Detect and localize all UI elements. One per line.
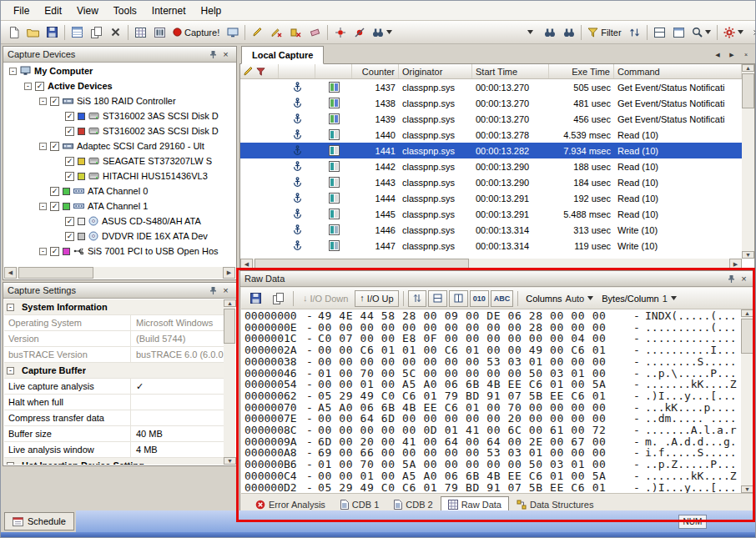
tree-checkbox[interactable]: ✓	[50, 202, 59, 211]
grid-view-button[interactable]	[131, 23, 150, 42]
scroll-left-button[interactable]: ◀	[4, 267, 17, 279]
scroll-track[interactable]	[253, 259, 729, 269]
header-command[interactable]: Command	[614, 64, 742, 78]
tree-checkbox[interactable]: ✓	[50, 247, 59, 256]
menu-view[interactable]: View	[69, 2, 106, 20]
hex-line[interactable]: 000000B6-01 00 70 00 5A 00 00 00 00 00 5…	[244, 459, 740, 470]
find-next-button[interactable]	[559, 23, 578, 42]
search-options-dropdown[interactable]	[521, 23, 540, 42]
capture-button[interactable]: Capture!	[169, 23, 223, 42]
tree-item[interactable]: -✓Active Devices	[4, 78, 235, 93]
sort-button[interactable]	[625, 23, 644, 42]
menu-file[interactable]: File	[6, 2, 37, 20]
tree-expander-icon[interactable]: -	[9, 68, 17, 75]
eraser-button[interactable]	[305, 23, 325, 42]
hex-line[interactable]: 000000D2-05 29 49 C0 C6 01 79 BD 91 07 5…	[244, 482, 740, 493]
capture-row[interactable]: 1442classpnp.sys00:00:13.290188 usecRead…	[240, 158, 742, 174]
devices-horizontal-scrollbar[interactable]: ◀ ▶	[4, 267, 235, 279]
open-file-button[interactable]	[23, 23, 43, 42]
tree-expander-icon[interactable]: -	[39, 143, 47, 150]
scroll-left-button[interactable]: ◀	[240, 259, 253, 269]
header-exe-time[interactable]: Exe Time	[549, 64, 614, 78]
menu-tools[interactable]: Tools	[106, 2, 144, 20]
close-icon[interactable]: ×	[738, 273, 750, 284]
tree-item[interactable]: -✓SiS 7001 PCI to USB Open Hos	[4, 244, 235, 259]
io-up-button[interactable]: ↑I/O Up	[355, 290, 398, 307]
columns-dropdown[interactable]: ColumnsAuto	[522, 290, 597, 307]
rawdata-copy-button[interactable]	[268, 290, 289, 307]
tree-expander-icon[interactable]: -	[24, 83, 32, 90]
settings-row[interactable]: Live analysis window4 MB	[4, 442, 224, 458]
pin-icon[interactable]	[207, 284, 219, 296]
close-icon[interactable]: ×	[219, 48, 232, 60]
scroll-down-button[interactable]: ▼	[224, 457, 236, 465]
scroll-thumb[interactable]	[255, 259, 469, 269]
hex-line[interactable]: 00000046-01 00 70 00 5C 00 00 00 00 00 5…	[244, 368, 740, 380]
settings-section[interactable]: -System Information	[4, 299, 224, 315]
hex-line[interactable]: 00000038-00 00 00 00 00 00 00 00 53 03 0…	[244, 356, 740, 368]
scroll-track[interactable]	[224, 307, 235, 457]
close-document-icon[interactable]: ×	[740, 49, 752, 60]
filter-button[interactable]: Filter	[584, 23, 624, 42]
settings-row[interactable]: Halt when full	[4, 395, 224, 410]
capture-row[interactable]: 1443classpnp.sys00:00:13.290184 usecRead…	[240, 174, 742, 190]
toolbar-options-button[interactable]	[747, 23, 756, 42]
new-file-button[interactable]	[4, 23, 23, 42]
menu-edit[interactable]: Edit	[37, 2, 69, 20]
tree-checkbox[interactable]: ✓	[65, 157, 74, 166]
tree-item[interactable]: -My Computer	[4, 63, 235, 78]
capture-vertical-scrollbar[interactable]: ▲ ▼	[742, 64, 754, 259]
section-expander-icon[interactable]: -	[7, 367, 14, 375]
find-button[interactable]	[369, 23, 396, 42]
fit-vertical-button[interactable]	[408, 290, 426, 307]
settings-row[interactable]: Live capture analysis✓	[4, 379, 224, 395]
tree-item[interactable]: ✓SEAGATE ST373207LW S	[4, 153, 235, 168]
scroll-up-button[interactable]: ▲	[224, 299, 236, 307]
scroll-track[interactable]	[742, 72, 754, 251]
tree-checkbox[interactable]: ✓	[65, 217, 74, 226]
hex-line[interactable]: 0000009A-6D 00 20 00 41 00 64 00 64 00 2…	[244, 436, 740, 448]
tree-expander-icon[interactable]: -	[39, 203, 47, 210]
tree-checkbox[interactable]: ✓	[50, 142, 59, 151]
schedule-tab[interactable]: Schedule	[4, 512, 74, 530]
hex-line[interactable]: 00000000-49 4E 44 58 28 00 09 00 DE 06 2…	[244, 310, 740, 322]
scroll-tabs-left-icon[interactable]: ◀	[712, 49, 723, 60]
delete-button[interactable]	[106, 23, 125, 42]
hex-line[interactable]: 0000002A-00 00 C6 01 01 00 C6 01 00 00 4…	[244, 344, 740, 356]
tree-item[interactable]: -✓Adaptec SCSI Card 29160 - Ult	[4, 138, 235, 153]
capture-row[interactable]: 1446classpnp.sys00:00:13.314313 usecWrit…	[240, 222, 742, 238]
capture-row[interactable]: 1440classpnp.sys00:00:13.2784.539 msecRe…	[240, 127, 742, 143]
binary-view-button[interactable]	[150, 23, 169, 42]
settings-row[interactable]: Buffer size40 MB	[4, 426, 224, 442]
new-window-button[interactable]	[669, 23, 688, 42]
scroll-thumb[interactable]	[18, 267, 93, 279]
header-start-time[interactable]: Start Time	[472, 64, 549, 78]
pin-icon[interactable]	[207, 48, 219, 60]
trigger-button[interactable]	[330, 23, 350, 42]
capture-row[interactable]: 1439classpnp.sys00:00:13.270456 usecGet …	[240, 111, 742, 127]
tree-expander-icon[interactable]: -	[39, 248, 47, 255]
bytes-per-column-dropdown[interactable]: Bytes/Column1	[598, 290, 680, 307]
capture-row[interactable]: 1444classpnp.sys00:00:13.291192 usecRead…	[240, 190, 742, 206]
hex-line[interactable]: 000000A8-69 00 66 00 00 00 00 00 53 03 0…	[244, 447, 740, 459]
clear-all-highlights-button[interactable]	[286, 23, 305, 42]
hex-line[interactable]: 0000001C-C0 07 00 00 E8 0F 00 00 00 00 0…	[244, 333, 740, 344]
settings-section[interactable]: -Capture Buffer	[4, 363, 224, 379]
tree-checkbox[interactable]: ✓	[50, 187, 59, 196]
trigger-list-button[interactable]	[350, 23, 369, 42]
scroll-track[interactable]	[17, 267, 223, 279]
split-rows-button[interactable]	[428, 290, 447, 307]
settings-section[interactable]: -Hot Insertion Device Setting	[4, 458, 224, 465]
scroll-thumb[interactable]	[741, 319, 753, 354]
rawdata-save-button[interactable]	[245, 290, 266, 307]
scroll-down-button[interactable]: ▼	[742, 251, 754, 259]
hex-view[interactable]: 00000000-49 4E 44 58 28 00 09 00 DE 06 2…	[244, 309, 740, 493]
hex-line[interactable]: 00000062-05 29 49 C0 C6 01 79 BD 91 07 5…	[244, 390, 740, 402]
pin-icon[interactable]	[725, 273, 738, 284]
scroll-up-button[interactable]: ▲	[742, 64, 754, 72]
scroll-up-button[interactable]: ▲	[741, 309, 753, 317]
capture-row[interactable]: 1438classpnp.sys00:00:13.270481 usecGet …	[240, 95, 742, 111]
hex-line[interactable]: 000000C4-00 00 01 00 A5 A0 06 6B 4B EE C…	[244, 470, 740, 482]
report-button[interactable]	[68, 23, 87, 42]
scroll-down-button[interactable]: ▼	[741, 485, 753, 493]
